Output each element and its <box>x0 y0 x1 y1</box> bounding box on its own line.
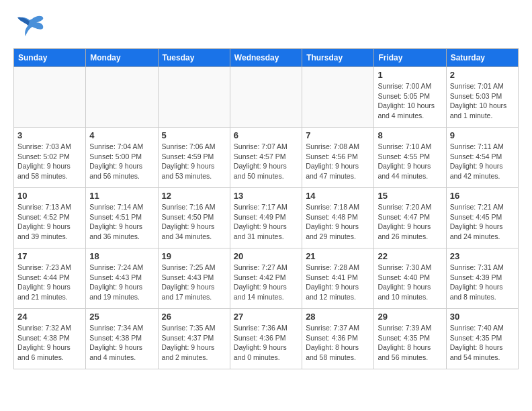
day-number: 23 <box>450 251 515 261</box>
calendar-cell: 25Sunrise: 7:34 AM Sunset: 4:38 PM Dayli… <box>86 309 158 369</box>
day-number: 1 <box>378 70 442 80</box>
calendar-cell: 5Sunrise: 7:06 AM Sunset: 4:59 PM Daylig… <box>158 128 230 188</box>
calendar-table: SundayMondayTuesdayWednesdayThursdayFrid… <box>13 48 519 369</box>
calendar-cell: 30Sunrise: 7:40 AM Sunset: 4:35 PM Dayli… <box>446 309 518 369</box>
day-number: 28 <box>306 312 370 322</box>
calendar-cell <box>302 67 374 128</box>
day-info: Sunrise: 7:25 AM Sunset: 4:43 PM Dayligh… <box>162 263 226 302</box>
weekday-header-sunday: Sunday <box>14 49 86 67</box>
weekday-header-friday: Friday <box>374 49 446 67</box>
day-number: 25 <box>89 312 154 322</box>
day-info: Sunrise: 7:28 AM Sunset: 4:41 PM Dayligh… <box>306 263 370 302</box>
day-number: 7 <box>306 130 370 140</box>
week-row-2: 10Sunrise: 7:13 AM Sunset: 4:52 PM Dayli… <box>14 188 519 248</box>
week-row-0: 1Sunrise: 7:00 AM Sunset: 5:05 PM Daylig… <box>14 67 519 128</box>
day-number: 27 <box>234 312 298 322</box>
calendar-cell: 11Sunrise: 7:14 AM Sunset: 4:51 PM Dayli… <box>86 188 158 248</box>
calendar-cell: 7Sunrise: 7:08 AM Sunset: 4:56 PM Daylig… <box>302 128 374 188</box>
day-info: Sunrise: 7:32 AM Sunset: 4:38 PM Dayligh… <box>17 323 82 363</box>
day-number: 18 <box>89 251 154 261</box>
day-info: Sunrise: 7:27 AM Sunset: 4:42 PM Dayligh… <box>234 263 298 302</box>
day-number: 22 <box>378 251 442 261</box>
day-number: 8 <box>378 130 442 140</box>
week-row-4: 24Sunrise: 7:32 AM Sunset: 4:38 PM Dayli… <box>14 309 519 369</box>
day-info: Sunrise: 7:37 AM Sunset: 4:36 PM Dayligh… <box>306 323 370 363</box>
day-info: Sunrise: 7:01 AM Sunset: 5:03 PM Dayligh… <box>450 81 515 121</box>
weekday-header-tuesday: Tuesday <box>158 49 230 67</box>
calendar-cell: 24Sunrise: 7:32 AM Sunset: 4:38 PM Dayli… <box>14 309 86 369</box>
day-number: 3 <box>17 130 82 140</box>
calendar-cell: 15Sunrise: 7:20 AM Sunset: 4:47 PM Dayli… <box>374 188 446 248</box>
day-number: 13 <box>234 191 298 201</box>
weekday-header-saturday: Saturday <box>446 49 518 67</box>
day-info: Sunrise: 7:00 AM Sunset: 5:05 PM Dayligh… <box>378 81 442 121</box>
day-info: Sunrise: 7:36 AM Sunset: 4:36 PM Dayligh… <box>234 323 298 363</box>
calendar-cell: 17Sunrise: 7:23 AM Sunset: 4:44 PM Dayli… <box>14 248 86 309</box>
calendar-cell: 19Sunrise: 7:25 AM Sunset: 4:43 PM Dayli… <box>158 248 230 309</box>
calendar-cell: 1Sunrise: 7:00 AM Sunset: 5:05 PM Daylig… <box>374 67 446 128</box>
day-info: Sunrise: 7:18 AM Sunset: 4:48 PM Dayligh… <box>306 202 370 242</box>
day-info: Sunrise: 7:11 AM Sunset: 4:54 PM Dayligh… <box>450 142 515 181</box>
day-info: Sunrise: 7:20 AM Sunset: 4:47 PM Dayligh… <box>378 202 442 242</box>
day-number: 2 <box>450 70 515 80</box>
calendar-cell: 16Sunrise: 7:21 AM Sunset: 4:45 PM Dayli… <box>446 188 518 248</box>
calendar-cell: 18Sunrise: 7:24 AM Sunset: 4:43 PM Dayli… <box>86 248 158 309</box>
day-info: Sunrise: 7:21 AM Sunset: 4:45 PM Dayligh… <box>450 202 515 242</box>
day-info: Sunrise: 7:17 AM Sunset: 4:49 PM Dayligh… <box>234 202 298 242</box>
day-number: 11 <box>89 191 154 201</box>
day-number: 20 <box>234 251 298 261</box>
day-number: 21 <box>306 251 370 261</box>
day-number: 30 <box>450 312 515 322</box>
calendar-body: 1Sunrise: 7:00 AM Sunset: 5:05 PM Daylig… <box>14 67 519 369</box>
calendar-cell <box>14 67 86 128</box>
day-info: Sunrise: 7:04 AM Sunset: 5:00 PM Dayligh… <box>89 142 154 181</box>
day-info: Sunrise: 7:39 AM Sunset: 4:35 PM Dayligh… <box>378 323 442 363</box>
calendar-cell: 10Sunrise: 7:13 AM Sunset: 4:52 PM Dayli… <box>14 188 86 248</box>
day-info: Sunrise: 7:06 AM Sunset: 4:59 PM Dayligh… <box>162 142 226 181</box>
day-number: 16 <box>450 191 515 201</box>
day-number: 9 <box>450 130 515 140</box>
day-info: Sunrise: 7:30 AM Sunset: 4:40 PM Dayligh… <box>378 263 442 302</box>
day-info: Sunrise: 7:08 AM Sunset: 4:56 PM Dayligh… <box>306 142 370 181</box>
day-number: 26 <box>162 312 226 322</box>
week-row-3: 17Sunrise: 7:23 AM Sunset: 4:44 PM Dayli… <box>14 248 519 309</box>
calendar-cell: 22Sunrise: 7:30 AM Sunset: 4:40 PM Dayli… <box>374 248 446 309</box>
day-number: 6 <box>234 130 298 140</box>
day-info: Sunrise: 7:31 AM Sunset: 4:39 PM Dayligh… <box>450 263 515 302</box>
day-info: Sunrise: 7:14 AM Sunset: 4:51 PM Dayligh… <box>89 202 154 242</box>
calendar-cell: 27Sunrise: 7:36 AM Sunset: 4:36 PM Dayli… <box>230 309 302 369</box>
day-info: Sunrise: 7:34 AM Sunset: 4:38 PM Dayligh… <box>89 323 154 363</box>
calendar-cell: 23Sunrise: 7:31 AM Sunset: 4:39 PM Dayli… <box>446 248 518 309</box>
weekday-header-thursday: Thursday <box>302 49 374 67</box>
calendar-cell: 21Sunrise: 7:28 AM Sunset: 4:41 PM Dayli… <box>302 248 374 309</box>
day-number: 14 <box>306 191 370 201</box>
day-info: Sunrise: 7:13 AM Sunset: 4:52 PM Dayligh… <box>17 202 82 242</box>
day-number: 15 <box>378 191 442 201</box>
calendar-cell: 29Sunrise: 7:39 AM Sunset: 4:35 PM Dayli… <box>374 309 446 369</box>
calendar-cell: 26Sunrise: 7:35 AM Sunset: 4:37 PM Dayli… <box>158 309 230 369</box>
logo-icon <box>13 13 46 42</box>
day-info: Sunrise: 7:24 AM Sunset: 4:43 PM Dayligh… <box>89 263 154 302</box>
day-number: 29 <box>378 312 442 322</box>
day-number: 24 <box>17 312 82 322</box>
calendar-cell: 20Sunrise: 7:27 AM Sunset: 4:42 PM Dayli… <box>230 248 302 309</box>
day-number: 19 <box>162 251 226 261</box>
day-number: 4 <box>89 130 154 140</box>
calendar-cell: 14Sunrise: 7:18 AM Sunset: 4:48 PM Dayli… <box>302 188 374 248</box>
week-row-1: 3Sunrise: 7:03 AM Sunset: 5:02 PM Daylig… <box>14 128 519 188</box>
calendar-cell <box>86 67 158 128</box>
logo <box>13 13 48 42</box>
day-number: 12 <box>162 191 226 201</box>
calendar-cell <box>158 67 230 128</box>
page-header <box>13 13 519 42</box>
calendar-cell: 8Sunrise: 7:10 AM Sunset: 4:55 PM Daylig… <box>374 128 446 188</box>
calendar-cell: 9Sunrise: 7:11 AM Sunset: 4:54 PM Daylig… <box>446 128 518 188</box>
calendar-cell: 3Sunrise: 7:03 AM Sunset: 5:02 PM Daylig… <box>14 128 86 188</box>
weekday-header-monday: Monday <box>86 49 158 67</box>
day-number: 5 <box>162 130 226 140</box>
day-info: Sunrise: 7:35 AM Sunset: 4:37 PM Dayligh… <box>162 323 226 363</box>
calendar-cell <box>230 67 302 128</box>
day-info: Sunrise: 7:10 AM Sunset: 4:55 PM Dayligh… <box>378 142 442 181</box>
day-number: 10 <box>17 191 82 201</box>
calendar-header-row: SundayMondayTuesdayWednesdayThursdayFrid… <box>14 49 519 67</box>
